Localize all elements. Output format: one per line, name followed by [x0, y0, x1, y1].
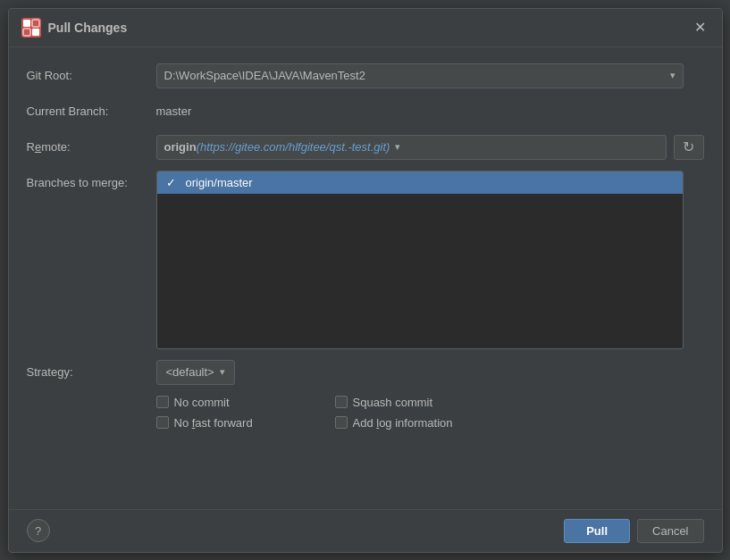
refresh-icon: ↻ — [683, 138, 694, 155]
branches-row: Branches to merge: ✓ origin/master — [27, 171, 704, 349]
footer-actions: Pull Cancel — [564, 519, 703, 543]
pull-button[interactable]: Pull — [564, 519, 630, 543]
remote-origin: origin — [164, 140, 197, 154]
squash-commit-box[interactable] — [335, 396, 348, 408]
cancel-button[interactable]: Cancel — [637, 519, 703, 543]
no-fast-forward-checkbox[interactable]: No fast forward — [156, 416, 299, 430]
strategy-dropdown[interactable]: <default> ▾ — [156, 360, 235, 385]
remote-dropdown-arrow: ▾ — [395, 141, 400, 153]
svg-rect-1 — [23, 20, 30, 27]
svg-rect-4 — [32, 29, 39, 36]
current-branch-row: Current Branch: master — [27, 99, 704, 124]
refresh-button[interactable]: ↻ — [674, 135, 704, 160]
remote-controls: origin (https://gitee.com/hlfgitee/qst.-… — [156, 135, 704, 160]
remote-url: (https://gitee.com/hlfgitee/qst.-test.gi… — [197, 140, 390, 154]
squash-commit-label: Squash commit — [353, 396, 433, 409]
git-root-dropdown[interactable]: D:\WorkSpace\IDEA\JAVA\MavenTest2 ▾ — [156, 63, 684, 88]
branch-item-origin-master[interactable]: ✓ origin/master — [157, 171, 683, 194]
branch-name: origin/master — [186, 176, 253, 189]
no-commit-label: No commit — [174, 396, 230, 409]
strategy-label: Strategy: — [27, 365, 156, 379]
dialog-icon — [21, 18, 41, 38]
git-root-row: Git Root: D:\WorkSpace\IDEA\JAVA\MavenTe… — [27, 63, 704, 88]
checkboxes-section: No commit Squash commit No fast forward … — [156, 396, 704, 430]
no-fast-forward-box[interactable] — [156, 416, 169, 429]
strategy-row: Strategy: <default> ▾ — [27, 360, 704, 385]
git-root-value: D:\WorkSpace\IDEA\JAVA\MavenTest2 — [164, 69, 365, 82]
git-root-arrow: ▾ — [670, 70, 675, 81]
strategy-value: <default> — [166, 365, 214, 379]
remote-label-char: e — [35, 140, 41, 154]
branch-check-icon: ✓ — [166, 176, 179, 189]
no-commit-box[interactable] — [156, 396, 169, 408]
strategy-dropdown-arrow: ▾ — [220, 366, 225, 378]
remote-label: Remote: — [27, 140, 156, 154]
no-fast-forward-label: No fast forward — [174, 416, 253, 430]
svg-rect-2 — [32, 20, 39, 27]
branches-list[interactable]: ✓ origin/master — [156, 171, 684, 349]
checkbox-row-2: No fast forward Add log information — [156, 416, 704, 430]
title-bar: Pull Changes ✕ — [9, 9, 722, 47]
add-log-checkbox[interactable]: Add log information — [335, 416, 478, 430]
branches-label: Branches to merge: — [27, 171, 156, 189]
dialog-footer: ? Pull Cancel — [9, 509, 722, 552]
dialog-title: Pull Changes — [48, 21, 691, 35]
current-branch-label: Current Branch: — [27, 104, 156, 118]
svg-rect-3 — [23, 29, 30, 36]
squash-commit-checkbox[interactable]: Squash commit — [335, 396, 478, 409]
git-root-label: Git Root: — [27, 69, 156, 82]
add-log-label: Add log information — [353, 416, 453, 430]
pull-changes-dialog: Pull Changes ✕ Git Root: D:\WorkSpace\ID… — [8, 8, 723, 553]
no-commit-checkbox[interactable]: No commit — [156, 396, 299, 409]
current-branch-value: master — [156, 104, 192, 118]
checkbox-row-1: No commit Squash commit — [156, 396, 704, 409]
remote-row: Remote: origin (https://gitee.com/hlfgit… — [27, 135, 704, 160]
remote-dropdown[interactable]: origin (https://gitee.com/hlfgitee/qst.-… — [156, 135, 667, 160]
close-button[interactable]: ✕ — [691, 19, 709, 37]
add-log-box[interactable] — [335, 416, 348, 429]
help-button[interactable]: ? — [27, 519, 50, 542]
dialog-body: Git Root: D:\WorkSpace\IDEA\JAVA\MavenTe… — [9, 47, 722, 509]
strategy-label-text: Strategy: — [27, 365, 73, 379]
